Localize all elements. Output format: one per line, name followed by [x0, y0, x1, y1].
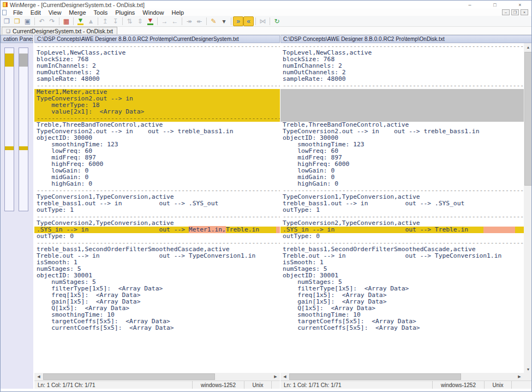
auto-merge-button[interactable]: ✎ [208, 16, 219, 26]
new-file-icon: ❐ [4, 18, 10, 25]
menu-plugins[interactable]: Plugins [111, 9, 139, 16]
menu-window[interactable]: Window [139, 9, 168, 16]
current-difference-icon: ▼ [147, 17, 154, 25]
right-horizontal-scroll-thumb[interactable] [289, 373, 461, 380]
menu-edit[interactable]: Edit [27, 9, 45, 16]
save-icon: ▣ [25, 18, 31, 25]
copy-right-button[interactable]: → [159, 16, 170, 26]
location-bar-right[interactable] [19, 47, 28, 211]
previous-conflict-button[interactable]: ⇕ [135, 16, 145, 26]
deleted-block-line [280, 89, 524, 96]
right-horizontal-scroll-track[interactable] [289, 373, 515, 381]
auto-merge-dropdown-button[interactable]: ▾ [219, 16, 229, 26]
window-title: WinMerge - [CurrentDesignerSystem.txt - … [10, 2, 145, 8]
vertical-scroll-thumb[interactable] [524, 52, 532, 186]
copy-left-and-advance-button[interactable]: ↞ [194, 16, 205, 26]
right-status-bar: Ln: 1 Col: 1/71 Ch: 1/71 windows-1252 Un… [280, 381, 532, 389]
first-difference-button[interactable]: ↥ [100, 16, 110, 26]
mdi-restore-icon[interactable]: ❐ [511, 9, 519, 15]
location-pane-close-icon[interactable]: x [32, 37, 33, 42]
location-diff-marker[interactable] [19, 146, 28, 150]
left-encoding[interactable]: windows-1252 [193, 381, 244, 389]
location-pane[interactable] [1, 43, 33, 389]
toolbar-separator [231, 17, 231, 25]
maximize-icon[interactable]: □ [482, 1, 507, 9]
menu-view[interactable]: View [45, 9, 65, 16]
menu-file[interactable]: File [9, 9, 27, 16]
menu-tools[interactable]: Tools [90, 9, 112, 16]
left-horizontal-scroll-thumb[interactable] [43, 373, 215, 380]
copy-right-and-advance-icon: ↠ [186, 18, 192, 25]
mdi-close-icon[interactable]: × [521, 9, 528, 15]
right-editor[interactable]: ----------------------------------------… [280, 43, 524, 373]
toolbar-separator [122, 17, 123, 25]
right-horizontal-scrollbar[interactable]: ◀ ▶ [280, 373, 524, 381]
toolbar-separator [182, 17, 182, 25]
right-encoding[interactable]: windows-1252 [433, 381, 485, 389]
location-diff-marker[interactable] [5, 146, 14, 150]
next-difference-button[interactable]: ▼ [75, 16, 86, 26]
left-file-path: C:\DSP Concepts\AWE Designer 8.B.0.0.RC2… [37, 36, 239, 42]
document-icon[interactable] [2, 10, 7, 15]
copy-right-and-advance-button[interactable]: ↠ [184, 16, 194, 26]
next-conflict-button[interactable]: ⇅ [124, 16, 135, 26]
last-difference-button[interactable]: ↧ [110, 16, 121, 26]
deleted-block-line [280, 102, 524, 109]
previous-conflict-icon: ⇕ [137, 18, 142, 25]
open-button[interactable]: ❒ [12, 16, 22, 26]
toolbar-separator [59, 17, 59, 25]
left-horizontal-scroll-track[interactable] [43, 373, 271, 381]
copy-all-to-right-button[interactable]: » [233, 16, 243, 26]
location-diff-marker[interactable] [19, 54, 28, 67]
left-file-header[interactable]: C:\DSP Concepts\AWE Designer 8.B.0.0.RC2… [34, 35, 280, 43]
mdi-minimize-icon[interactable]: – [502, 9, 510, 15]
current-difference-button[interactable]: ▼ [145, 16, 156, 26]
toolbar-separator [157, 17, 158, 25]
scroll-right-icon[interactable]: ▶ [515, 373, 524, 381]
options-button[interactable]: ▦ [61, 16, 71, 26]
mdi-window-controls: – ❐ × [502, 9, 528, 15]
left-horizontal-scrollbar[interactable]: ◀ ▶ [34, 373, 280, 381]
file-merge-mode-button[interactable]: ⋈ [258, 16, 268, 26]
minimize-icon[interactable]: – [457, 1, 482, 9]
application-status-bar [1, 389, 532, 392]
scroll-left-icon[interactable]: ◀ [34, 373, 43, 381]
menu-help[interactable]: Help [168, 9, 188, 16]
copy-all-to-left-icon: « [247, 18, 250, 25]
tab-compare-files[interactable]: ❏ CurrentDesignerSystem.txt - OnDisk.txt [2, 27, 117, 34]
location-pane-title: cation Pane [3, 36, 32, 42]
right-eol-style[interactable]: Unix [485, 381, 512, 389]
open-icon: ❒ [14, 18, 20, 25]
location-pane-header: cation Pane x [1, 35, 33, 43]
scroll-right-icon[interactable]: ▶ [271, 373, 280, 381]
location-diff-marker[interactable] [5, 54, 14, 67]
redo-icon: ↷ [49, 18, 55, 25]
right-file-path: C:\DSP Concepts\AWE Designer 8.B.0.0.RC2… [283, 36, 445, 42]
redo-button[interactable]: ↷ [47, 16, 57, 26]
refresh-button[interactable]: ↻ [272, 16, 282, 26]
tab-label: CurrentDesignerSystem.txt - OnDisk.txt [13, 28, 113, 34]
window-controls: – □ × [457, 1, 532, 9]
left-editor[interactable]: ----------------------------------------… [34, 43, 280, 373]
save-button[interactable]: ▣ [22, 16, 33, 26]
vertical-scrollbar[interactable]: ▲ ▼ [524, 43, 532, 373]
right-file-header[interactable]: C:\DSP Concepts\AWE Designer 8.B.0.0.RC2… [280, 35, 532, 43]
location-bar-left[interactable] [4, 47, 14, 211]
toolbar-separator [255, 17, 256, 25]
scroll-left-icon[interactable]: ◀ [280, 373, 289, 381]
scroll-down-icon[interactable]: ▼ [524, 365, 532, 373]
copy-all-to-left-button[interactable]: « [243, 16, 254, 26]
new-file-button[interactable]: ❐ [2, 16, 12, 26]
vertical-scroll-track[interactable] [524, 51, 532, 365]
left-eol-style[interactable]: Unix [244, 381, 272, 389]
close-icon[interactable]: × [507, 1, 532, 9]
scroll-up-icon[interactable]: ▲ [524, 43, 532, 51]
code-line: currentCoeffs[5x5]: <Array Data> [34, 325, 280, 331]
previous-difference-button[interactable]: ▲ [86, 16, 96, 26]
undo-button[interactable]: ↶ [37, 16, 47, 26]
menu-merge[interactable]: Merge [65, 9, 89, 16]
title-bar: WinMerge - [CurrentDesignerSystem.txt - … [1, 1, 532, 9]
copy-left-button[interactable]: ← [170, 16, 180, 26]
deleted-block-line [280, 96, 524, 102]
tab-bar: ❏ CurrentDesignerSystem.txt - OnDisk.txt [1, 27, 532, 35]
